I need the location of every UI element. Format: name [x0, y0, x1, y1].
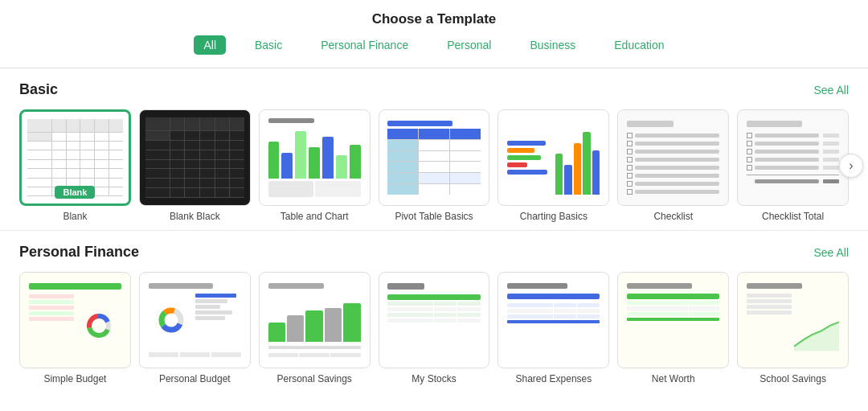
nw-r1c1: [627, 301, 688, 305]
donut-svg: [84, 311, 113, 340]
basic-next-arrow[interactable]: ›: [839, 154, 863, 178]
template-checklist[interactable]: Checklist: [617, 109, 729, 222]
template-my-stocks-thumb: [379, 272, 490, 368]
template-pivot[interactable]: Pivot Table Basics: [379, 109, 490, 222]
template-table-chart[interactable]: Table and Chart: [259, 109, 371, 222]
sb-row4: [29, 311, 74, 315]
check-total-val-3: [823, 150, 839, 154]
ps-bar3: [305, 310, 322, 342]
check-row-4: [627, 157, 719, 162]
hbar-4: [507, 162, 527, 167]
template-net-worth[interactable]: Net Worth: [617, 272, 729, 384]
checklist-divider: [747, 175, 839, 175]
chart-bars: [268, 126, 361, 179]
template-personal-savings[interactable]: Personal Savings: [259, 272, 371, 384]
chart-title: [268, 118, 315, 123]
template-shared-expenses[interactable]: Shared Expenses: [497, 272, 609, 384]
checkbox-t1: [747, 133, 752, 138]
template-checklist-total[interactable]: Checklist Total: [737, 109, 849, 222]
check-total-row-5: [747, 165, 839, 171]
page-header: Choose a Template All Basic Personal Fin…: [0, 0, 868, 68]
checkbox-t3: [747, 149, 752, 154]
checkbox-7: [627, 181, 633, 187]
template-personal-budget[interactable]: Personal Budget: [139, 272, 251, 384]
stocks-ca: [387, 319, 433, 323]
template-blank[interactable]: Blank Blank: [19, 109, 131, 222]
template-school-savings-label: School Savings: [760, 373, 826, 384]
vbar-5: [592, 150, 600, 195]
ss-chart: [794, 294, 839, 357]
nw-row2: [627, 306, 719, 310]
basic-section: Basic See All: [0, 68, 868, 230]
check-total-line-5: [755, 166, 819, 170]
bar-2: [281, 153, 293, 179]
stocks-c1: [387, 302, 433, 306]
charting-right: [555, 121, 600, 195]
ss-content: [743, 280, 842, 360]
tab-education[interactable]: Education: [604, 35, 674, 55]
template-blank-black[interactable]: Blank Black: [139, 109, 251, 222]
se-r1c2: [554, 303, 576, 307]
template-charting[interactable]: Charting Basics: [497, 109, 609, 222]
tab-personal[interactable]: Personal: [437, 35, 501, 55]
stocks-c8: [434, 313, 457, 317]
sb-left: [29, 294, 74, 357]
category-tabs: All Basic Personal Finance Personal Busi…: [0, 35, 868, 60]
template-simple-budget[interactable]: Simple Budget: [19, 272, 131, 384]
pf-see-all[interactable]: See All: [813, 246, 849, 259]
check-total-row-1: [747, 133, 839, 138]
se-r2c3: [577, 309, 600, 313]
template-my-stocks-label: My Stocks: [411, 373, 456, 384]
charting-content: [504, 117, 603, 198]
check-line-7: [635, 182, 719, 186]
pb-bar3: [195, 305, 220, 309]
template-shared-expenses-label: Shared Expenses: [516, 373, 592, 384]
template-shared-expenses-thumb: [497, 272, 609, 368]
stocks-c3: [457, 302, 480, 306]
se-row3: [507, 314, 600, 319]
ps-bars: [268, 294, 361, 342]
stocks-c9: [457, 313, 480, 317]
tab-all[interactable]: All: [194, 35, 226, 55]
ss-area-chart: [794, 309, 839, 357]
se-r2c1: [507, 309, 553, 313]
nw-r2c2: [689, 306, 719, 310]
template-checklist-label: Checklist: [653, 211, 693, 222]
basic-see-all[interactable]: See All: [813, 84, 849, 97]
pb-bar1: [195, 294, 236, 298]
bar-4: [309, 147, 320, 179]
ss-left: [747, 294, 792, 357]
checklist-total-content: [743, 117, 842, 198]
ps-title: [268, 283, 324, 289]
template-checklist-thumb: [617, 109, 729, 206]
ss-r4: [747, 310, 792, 314]
se-r2c2: [554, 309, 576, 313]
check-row-1: [627, 133, 719, 138]
template-pivot-label: Pivot Table Basics: [395, 211, 473, 222]
ps-bar2: [287, 315, 304, 342]
template-my-stocks[interactable]: My Stocks: [379, 272, 490, 384]
tab-basic[interactable]: Basic: [245, 35, 292, 55]
stocks-c5: [434, 307, 457, 311]
check-line-2: [635, 142, 719, 146]
check-row-5: [627, 165, 719, 171]
template-table-chart-thumb: [259, 109, 371, 206]
se-rows: [507, 303, 600, 357]
stocks-row4: [387, 319, 480, 323]
template-blank-black-thumb: [139, 109, 251, 206]
ss-body: [747, 294, 839, 357]
checkbox-5: [627, 165, 633, 171]
check-total-val-1: [823, 134, 839, 138]
template-school-savings[interactable]: School Savings: [737, 272, 849, 384]
stocks-row3: [387, 313, 480, 317]
check-line-3: [635, 150, 719, 154]
template-personal-budget-label: Personal Budget: [159, 373, 231, 384]
template-simple-budget-label: Simple Budget: [43, 373, 106, 384]
tab-personal-finance[interactable]: Personal Finance: [311, 35, 418, 55]
check-line-8: [635, 190, 719, 194]
template-blank-black-label: Blank Black: [170, 211, 220, 222]
se-content: [504, 280, 603, 360]
check-total-sum: [747, 179, 839, 183]
stocks-header: [387, 294, 480, 300]
tab-business[interactable]: Business: [520, 35, 585, 55]
